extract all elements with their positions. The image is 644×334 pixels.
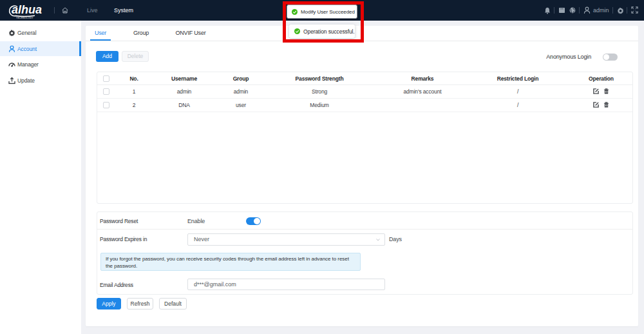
svg-text:TECHNOLOGY: TECHNOLOGY (16, 17, 33, 19)
svg-text:alhua: alhua (12, 3, 42, 16)
